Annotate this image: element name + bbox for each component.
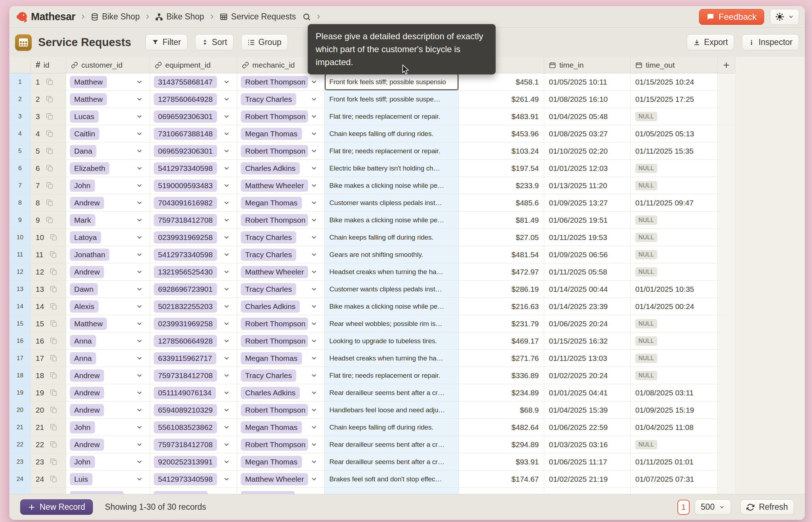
- mechanic-id-cell[interactable]: Tracy Charles: [237, 367, 325, 384]
- time-in-cell[interactable]: 01/09/2025 06:56: [544, 246, 631, 263]
- customer-id-cell[interactable]: Andrew: [66, 367, 150, 384]
- column-header-equipment-id[interactable]: equipment_id: [150, 57, 237, 73]
- copy-icon[interactable]: [50, 441, 57, 448]
- time-out-cell[interactable]: 01/01/2025 10:35: [631, 281, 718, 298]
- time-in-cell[interactable]: 01/06/2025 19:51: [544, 212, 631, 229]
- time-in-cell[interactable]: 01/06/2025 11:17: [544, 453, 631, 471]
- column-header-customer-id[interactable]: customer_id: [66, 57, 150, 73]
- request-description-cell[interactable]: Front fork feels stiff; possible suspens…: [325, 73, 459, 91]
- equipment-id-cell[interactable]: 5412973340598: [150, 246, 237, 263]
- id-cell[interactable]: [31, 488, 66, 494]
- page-number-button[interactable]: 1: [677, 500, 690, 515]
- breadcrumb-schema[interactable]: Bike Shop: [155, 12, 204, 22]
- request-description-cell[interactable]: Bike makes a clicking noise while pe…: [325, 177, 459, 194]
- equipment-id-cell[interactable]: 5561083523862: [150, 419, 237, 436]
- breadcrumb-database[interactable]: Bike Shop: [91, 12, 140, 22]
- time-in-cell[interactable]: 01/13/2025 11:20: [544, 177, 631, 194]
- time-out-cell[interactable]: 01/11/2025 01:01: [631, 453, 718, 471]
- mechanic-id-cell[interactable]: Megan Thomas: [237, 453, 325, 471]
- time-out-cell[interactable]: NULL: [631, 229, 718, 246]
- cost-cell[interactable]: $231.79: [459, 315, 544, 332]
- row-number[interactable]: 14: [9, 298, 31, 315]
- column-header-time-out[interactable]: time_out: [631, 57, 718, 73]
- request-description-cell[interactable]: Rear derailleur seems bent after a cr…: [325, 436, 459, 453]
- cost-cell[interactable]: $271.76: [459, 350, 544, 367]
- time-out-cell[interactable]: 01/14/2025 00:24: [631, 298, 718, 315]
- row-number[interactable]: 12: [9, 263, 31, 281]
- time-out-cell[interactable]: 01/11/2025 09:47: [631, 194, 718, 212]
- time-in-cell[interactable]: 01/11/2025 19:53: [544, 229, 631, 246]
- time-out-cell[interactable]: 01/07/2025 07:31: [631, 471, 718, 488]
- equipment-id-cell[interactable]: 3143755868147: [150, 73, 237, 91]
- time-in-cell[interactable]: 01/02/2025 21:19: [544, 471, 631, 488]
- column-header-id[interactable]: # id: [31, 57, 66, 73]
- equipment-id-cell[interactable]: 7597318412708: [150, 212, 237, 229]
- row-number[interactable]: 21: [9, 419, 31, 436]
- customer-id-cell[interactable]: Anna: [66, 332, 150, 350]
- customer-id-cell[interactable]: Luis: [66, 471, 150, 488]
- id-cell[interactable]: 10: [31, 229, 66, 246]
- row-number[interactable]: 2: [9, 91, 31, 108]
- request-description-cell[interactable]: Rear derailleur seems bent after a cr…: [325, 453, 459, 471]
- breadcrumb-search-button[interactable]: [302, 13, 311, 21]
- row-number[interactable]: 6: [9, 160, 31, 177]
- time-out-cell[interactable]: 01/09/2025 15:19: [631, 401, 718, 419]
- customer-id-cell[interactable]: [66, 488, 150, 494]
- id-cell[interactable]: 5: [31, 142, 66, 160]
- time-out-cell[interactable]: NULL: [631, 108, 718, 125]
- customer-id-cell[interactable]: Lucas: [66, 108, 150, 125]
- time-in-cell[interactable]: 01/02/2025 20:24: [544, 367, 631, 384]
- request-description-cell[interactable]: Rear wheel wobbles; possible rim is…: [325, 315, 459, 332]
- cost-cell[interactable]: $197.54: [459, 160, 544, 177]
- copy-icon[interactable]: [50, 234, 57, 241]
- customer-id-cell[interactable]: John: [66, 177, 150, 194]
- cost-cell[interactable]: $453.96: [459, 125, 544, 142]
- mechanic-id-cell[interactable]: Robert Thompson: [237, 142, 325, 160]
- time-in-cell[interactable]: 01/11/2025 13:03: [544, 350, 631, 367]
- customer-id-cell[interactable]: Andrew: [66, 384, 150, 401]
- filter-button[interactable]: Filter: [145, 34, 187, 50]
- row-number[interactable]: 16: [9, 332, 31, 350]
- id-cell[interactable]: 11: [31, 246, 66, 263]
- cost-cell[interactable]: $174.67: [459, 471, 544, 488]
- time-in-cell[interactable]: 01/04/2025 15:39: [544, 401, 631, 419]
- request-description-cell[interactable]: Chain keeps falling off during rides.: [325, 419, 459, 436]
- customer-id-cell[interactable]: Andrew: [66, 401, 150, 419]
- copy-icon[interactable]: [50, 355, 57, 362]
- time-out-cell[interactable]: NULL: [631, 332, 718, 350]
- equipment-id-cell[interactable]: 7043091616982: [150, 194, 237, 212]
- time-out-cell[interactable]: NULL: [631, 246, 718, 263]
- request-description-cell[interactable]: Flat tire; needs replacement or repair.: [325, 367, 459, 384]
- mechanic-id-cell[interactable]: Tracy Charles: [237, 281, 325, 298]
- cost-cell[interactable]: $482.64: [459, 419, 544, 436]
- equipment-id-cell[interactable]: 5021832255203: [150, 298, 237, 315]
- customer-id-cell[interactable]: John: [66, 453, 150, 471]
- mechanic-id-cell[interactable]: Charles Adkins: [237, 160, 325, 177]
- cost-cell[interactable]: $81.49: [459, 212, 544, 229]
- time-in-cell[interactable]: 01/06/2025 20:24: [544, 315, 631, 332]
- equipment-id-cell[interactable]: 0696592306301: [150, 108, 237, 125]
- equipment-id-cell[interactable]: 0239931969258: [150, 315, 237, 332]
- sort-button[interactable]: Sort: [195, 34, 234, 50]
- time-out-cell[interactable]: 01/05/2025 05:13: [631, 125, 718, 142]
- cost-cell[interactable]: $103.24: [459, 142, 544, 160]
- time-out-cell[interactable]: NULL: [631, 263, 718, 281]
- row-number[interactable]: 17: [9, 350, 31, 367]
- copy-icon[interactable]: [50, 476, 57, 483]
- equipment-id-cell[interactable]: 5412973340598: [150, 471, 237, 488]
- cost-cell[interactable]: $294.89: [459, 436, 544, 453]
- mechanic-id-cell[interactable]: [237, 488, 325, 494]
- mechanic-id-cell[interactable]: Robert Thompson: [237, 401, 325, 419]
- add-column-button[interactable]: [718, 57, 735, 73]
- customer-id-cell[interactable]: Jonathan: [66, 246, 150, 263]
- request-description-cell[interactable]: Headset creaks when turning the ha…: [325, 350, 459, 367]
- id-cell[interactable]: 9: [31, 212, 66, 229]
- row-number[interactable]: 4: [9, 125, 31, 142]
- cost-cell[interactable]: $27.05: [459, 229, 544, 246]
- copy-icon[interactable]: [46, 182, 53, 189]
- cost-cell[interactable]: $261.49: [459, 91, 544, 108]
- time-in-cell[interactable]: [544, 488, 631, 494]
- request-description-cell[interactable]: Headset creaks when turning the ha…: [325, 263, 459, 281]
- id-cell[interactable]: 13: [31, 281, 66, 298]
- time-in-cell[interactable]: 01/09/2025 13:27: [544, 194, 631, 212]
